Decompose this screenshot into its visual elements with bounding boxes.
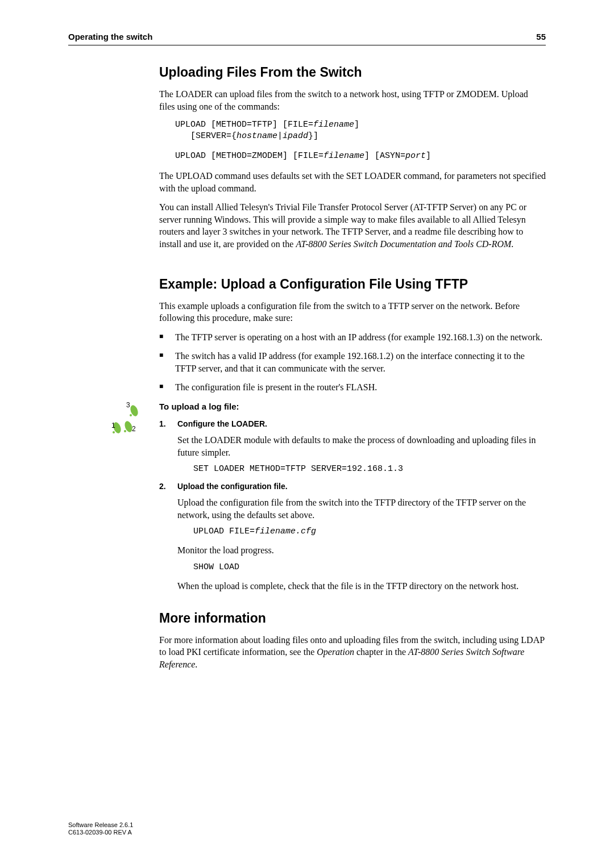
step-body: Set the LOADER module with defaults to m…: [177, 434, 546, 458]
para-loader-intro: The LOADER can upload files from the swi…: [159, 88, 546, 112]
step-body: Upload the configuration file from the s…: [177, 496, 546, 521]
procedure-steps: Configure the LOADER. Set the LOADER mod…: [159, 419, 546, 592]
prereq-list: The TFTP server is operating on a host w…: [159, 331, 546, 394]
para-upload-defaults: The UPLOAD command uses defaults set wit…: [159, 170, 546, 194]
para-example-intro: This example uploads a configuration fil…: [159, 300, 546, 324]
step-body: When the upload is complete, check that …: [177, 580, 546, 592]
code-upload-file: UPLOAD FILE=filename.cfg: [193, 527, 546, 536]
list-item: The switch has a valid IP address (for e…: [159, 350, 546, 374]
step-title: Upload the configuration file.: [177, 482, 546, 491]
svg-text:3: 3: [126, 402, 130, 409]
list-item: The configuration file is present in the…: [159, 381, 546, 394]
procedure-step: Upload the configuration file. Upload th…: [159, 482, 546, 592]
code-upload-tftp: UPLOAD [METHOD=TFTP] [FILE=filename] [SE…: [175, 119, 546, 143]
heading-more-info: More information: [159, 611, 546, 626]
step-body: Monitor the load progress.: [177, 544, 546, 557]
svg-point-1: [113, 431, 115, 433]
code-upload-zmodem: UPLOAD [METHOD=ZMODEM] [FILE=filename] […: [175, 151, 546, 162]
svg-text:1: 1: [111, 422, 115, 429]
code-set-loader: SET LOADER METHOD=TFTP SERVER=192.168.1.…: [193, 464, 546, 474]
para-at-tftp-server: You can install Allied Telesyn's Trivial…: [159, 201, 546, 250]
procedure-steps-icon: 1 2 3: [111, 402, 146, 436]
code-show-load: SHOW LOAD: [193, 562, 546, 572]
footer-release: Software Release 2.6.1: [68, 821, 133, 829]
step-title: Configure the LOADER.: [177, 419, 546, 428]
footer-docid: C613-02039-00 REV A: [68, 829, 133, 836]
page-footer: Software Release 2.6.1 C613-02039-00 REV…: [68, 821, 133, 836]
procedure-title: To upload a log file:: [159, 402, 546, 411]
list-item: The TFTP server is operating on a host w…: [159, 331, 546, 344]
para-more-info: For more information about loading files…: [159, 634, 546, 671]
svg-point-4: [124, 430, 126, 432]
header-title: Operating the switch: [68, 32, 152, 41]
page-header: Operating the switch 55: [68, 32, 546, 45]
page-number: 55: [536, 32, 546, 41]
heading-uploading-files: Uploading Files From the Switch: [159, 65, 546, 80]
heading-example-upload: Example: Upload a Configuration File Usi…: [159, 277, 546, 292]
svg-text:2: 2: [132, 425, 136, 433]
svg-point-7: [130, 414, 132, 416]
procedure-step: Configure the LOADER. Set the LOADER mod…: [159, 419, 546, 474]
